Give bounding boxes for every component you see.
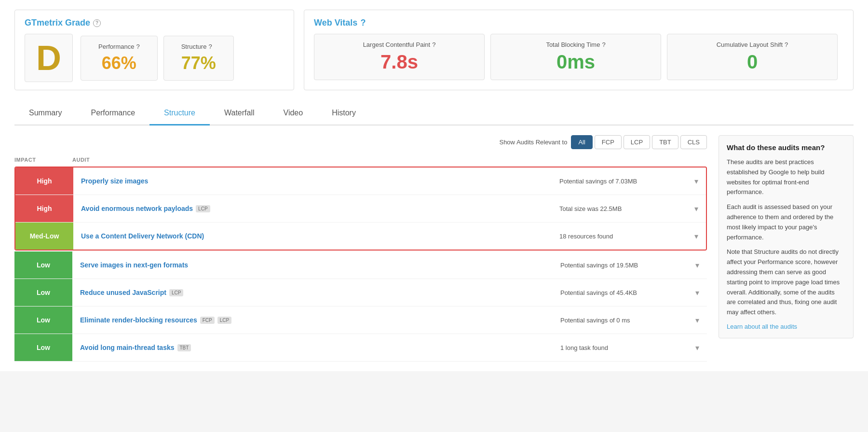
chevron-down-icon[interactable]: ▾ [688,283,707,302]
vitals-card: Web Vitals ? Largest Contentful Paint ? … [304,10,854,90]
vitals-body: Largest Contentful Paint ? 7.8s Total Bl… [314,34,843,80]
tbt-help-icon[interactable]: ? [602,41,605,48]
audits-wrapper: Show Audits Relevant to AllFCPLCPTBTCLS … [14,135,854,362]
filter-btn-lcp[interactable]: LCP [624,135,650,149]
audit-name[interactable]: Serve images in next-gen formats [72,256,553,274]
sidebar-title: What do these audits mean? [727,143,845,152]
tab-structure[interactable]: Structure [149,102,210,125]
top-section: GTmetrix Grade ? D Performance ? 66% [14,10,854,90]
impact-badge: Low [14,251,72,279]
audit-tag: LCP [217,317,231,324]
audit-name[interactable]: Eliminate render-blocking resourcesFCPLC… [72,311,553,329]
chevron-down-icon[interactable]: ▾ [688,256,707,275]
audit-table-header: IMPACT AUDIT [14,155,707,167]
tab-performance[interactable]: Performance [76,102,149,125]
lcp-value: 7.8s [329,51,470,73]
table-row: HighProperly size imagesPotential saving… [15,167,706,195]
tabs-container: SummaryPerformanceStructureWaterfallVide… [14,102,854,125]
tbt-vital: Total Blocking Time ? 0ms [490,34,661,80]
audits-main: Show Audits Relevant to AllFCPLCPTBTCLS … [14,135,707,362]
sidebar-paragraph: These audits are best practices establis… [727,157,845,197]
audit-tag: FCP [200,317,215,324]
impact-badge: Low [14,334,72,361]
grade-help-icon[interactable]: ? [93,19,101,27]
highlighted-audit-group: HighProperly size imagesPotential saving… [14,167,707,251]
audit-name[interactable]: Avoid long main-thread tasksTBT [72,339,553,356]
chevron-down-icon[interactable]: ▾ [687,199,706,218]
grade-card: GTmetrix Grade ? D Performance ? 66% [14,10,294,90]
lcp-vital: Largest Contentful Paint ? 7.8s [314,34,485,80]
audit-detail: Potential savings of 7.03MB [552,173,687,190]
audit-tag: LCP [196,205,210,212]
learn-audits-link[interactable]: Learn about all the audits [727,323,797,330]
cls-help-icon[interactable]: ? [785,41,788,48]
audit-tag: TBT [177,344,191,351]
audit-detail: Total size was 22.5MB [552,200,687,217]
chevron-down-icon[interactable]: ▾ [687,172,706,191]
table-row: LowAvoid long main-thread tasksTBT1 long… [14,334,707,362]
performance-help-icon[interactable]: ? [136,43,139,50]
filter-btn-all[interactable]: All [571,135,592,149]
filter-btn-fcp[interactable]: FCP [595,135,622,149]
tab-history[interactable]: History [317,102,370,125]
audit-detail: 18 resources found [552,228,687,245]
impact-badge: High [15,167,73,195]
lcp-help-icon[interactable]: ? [432,41,435,48]
audit-detail: Potential savings of 0 ms [553,312,688,329]
col-audit-header: AUDIT [72,157,707,163]
chevron-down-icon[interactable]: ▾ [688,338,707,357]
cls-value: 0 [682,51,823,73]
table-row: LowEliminate render-blocking resourcesFC… [14,307,707,334]
audit-detail: 1 long task found [553,339,688,356]
structure-label: Structure ? [181,43,216,50]
cls-label: Cumulative Layout Shift ? [682,41,823,48]
lcp-label: Largest Contentful Paint ? [329,41,470,48]
structure-value: 77% [181,53,216,73]
tab-summary[interactable]: Summary [14,102,76,125]
impact-badge: Low [14,279,72,306]
table-row: Med-LowUse a Content Delivery Network (C… [15,223,706,250]
cls-vital: Cumulative Layout Shift ? 0 [667,34,838,80]
table-row: LowReduce unused JavaScriptLCPPotential … [14,279,707,307]
table-row: LowServe images in next-gen formatsPoten… [14,251,707,279]
sidebar-paragraph: Each audit is assessed based on your adh… [727,202,845,242]
chevron-down-icon[interactable]: ▾ [688,311,707,330]
grade-letter: D [36,41,61,75]
grade-card-title: GTmetrix Grade ? [25,18,284,28]
audit-detail: Potential savings of 19.5MB [553,257,688,274]
chevron-down-icon[interactable]: ▾ [687,227,706,246]
filter-label: Show Audits Relevant to [499,139,567,146]
audit-detail: Potential savings of 45.4KB [553,284,688,301]
performance-label: Performance ? [98,43,140,50]
filter-btn-tbt[interactable]: TBT [652,135,678,149]
audit-tag: LCP [169,289,183,296]
performance-metric: Performance ? 66% [81,36,158,81]
vitals-help-icon[interactable]: ? [360,18,366,28]
audits-sidebar: What do these audits mean? These audits … [719,135,854,362]
impact-badge: Med-Low [15,223,73,250]
structure-help-icon[interactable]: ? [208,43,212,50]
impact-badge: High [15,195,73,222]
filter-bar: Show Audits Relevant to AllFCPLCPTBTCLS [14,135,707,149]
structure-metric: Structure ? 77% [163,36,234,81]
tbt-label: Total Blocking Time ? [505,41,646,48]
filter-buttons: AllFCPLCPTBTCLS [571,135,707,149]
tab-video[interactable]: Video [269,102,318,125]
sidebar-paragraph: Note that Structure audits do not direct… [727,247,845,318]
tbt-value: 0ms [505,51,646,73]
grade-metrics: Performance ? 66% Structure ? 77% [81,36,240,81]
audit-name[interactable]: Properly size images [73,172,552,190]
audit-name[interactable]: Avoid enormous network payloadsLCP [73,200,552,217]
audit-name[interactable]: Reduce unused JavaScriptLCP [72,284,553,301]
filter-btn-cls[interactable]: CLS [680,135,707,149]
vitals-title-text: Web Vitals [314,18,357,28]
sidebar-info-box: What do these audits mean? These audits … [719,135,854,338]
col-impact-header: IMPACT [14,157,72,163]
audit-name[interactable]: Use a Content Delivery Network (CDN) [73,227,552,245]
plain-audit-rows: LowServe images in next-gen formatsPoten… [14,251,707,362]
tab-waterfall[interactable]: Waterfall [210,102,269,125]
grade-letter-box: D [25,34,73,82]
vitals-card-title: Web Vitals ? [314,18,843,28]
impact-badge: Low [14,307,72,334]
grade-title-text: GTmetrix Grade [25,18,90,28]
